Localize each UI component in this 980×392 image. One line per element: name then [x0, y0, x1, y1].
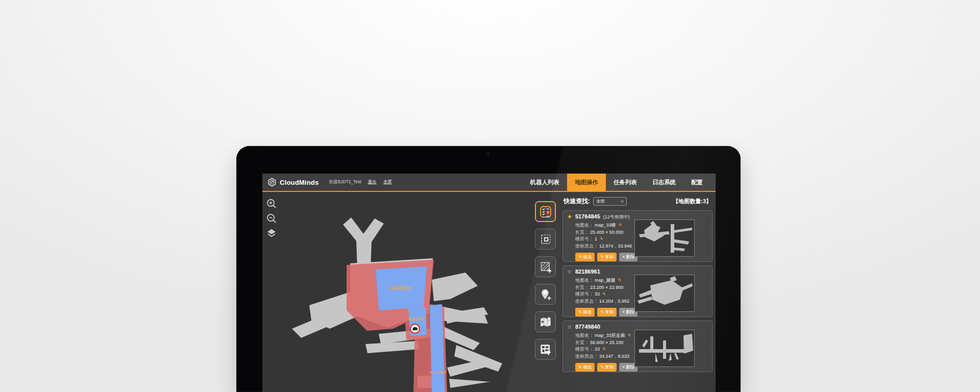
- edit-icon: ✎: [578, 255, 582, 259]
- edit-icon: ✎: [600, 365, 604, 370]
- map-list-panel: 快速查找: 全部 ∨ 【地图数量:3】 ★ 51764845 (12号使用中) …: [559, 192, 716, 392]
- patrol-checklist-button[interactable]: [535, 201, 556, 222]
- field-label-origin: 坐标原点：: [575, 298, 598, 305]
- map-size-value: 56.600 × 25.100: [590, 340, 623, 345]
- main-nav: 机器人列表 地图操作 任务列表 日志系统 配置: [523, 174, 711, 191]
- upload-map-button[interactable]: [535, 339, 556, 360]
- delete-icon: ×: [622, 365, 625, 370]
- edit-icon[interactable]: ✎: [602, 291, 606, 297]
- edit-icon: ✎: [600, 255, 604, 259]
- map-origin-value: 12.874，33.946: [599, 243, 632, 250]
- field-label-size: 长宽：: [575, 229, 589, 236]
- add-zone-icon: [539, 260, 552, 274]
- map-area: 40.519m² 8.614m² 80.215m²: [262, 192, 559, 392]
- map-thumbnail[interactable]: [634, 330, 695, 367]
- welcome-area: 欢迎BJDT2_Test 退出 全屏: [329, 179, 391, 185]
- map-thumbnail-image: [635, 330, 694, 366]
- copy-button[interactable]: ✎ 复制: [597, 253, 617, 261]
- favorite-star-icon[interactable]: ☆: [567, 268, 572, 275]
- map-origin-value: 14.204，5.952: [599, 298, 629, 305]
- add-zone-button[interactable]: [535, 256, 556, 277]
- tab-log-system[interactable]: 日志系统: [645, 174, 683, 191]
- laptop-frame: CloudMinds 欢迎BJDT2_Test 退出 全屏 机器人列表 地图操作…: [236, 146, 741, 392]
- copy-button[interactable]: ✎ 复制: [597, 308, 617, 316]
- edit-icon: ✎: [578, 310, 582, 314]
- measure-area-button[interactable]: [535, 229, 556, 250]
- map-thumbnail[interactable]: [634, 219, 695, 257]
- fullscreen-link[interactable]: 全屏: [383, 179, 392, 185]
- map-floor-value: 33: [595, 291, 600, 297]
- chevron-down-icon: ∨: [620, 199, 624, 204]
- map-thumbnail-image: [635, 220, 694, 256]
- edit-icon: ✎: [600, 310, 604, 314]
- copy-button[interactable]: ✎ 复制: [597, 363, 617, 372]
- delete-icon: ×: [622, 310, 625, 314]
- measure-area-icon: [539, 233, 552, 246]
- map-marker-button[interactable]: [535, 311, 556, 332]
- field-label-size: 长宽：: [575, 339, 589, 346]
- logout-link[interactable]: 退出: [368, 179, 377, 185]
- map-name-value: map_33层走廊: [595, 332, 625, 339]
- map-filter-select[interactable]: 全部 ∨: [593, 197, 627, 206]
- field-label-origin: 坐标原点：: [575, 243, 598, 250]
- map-floor-value: 33: [595, 347, 600, 352]
- field-label-size: 长宽：: [575, 284, 589, 291]
- map-card-2: ☆ 82186961 地图名： map_腿腿 ✎ 长宽： 23.200 × 22…: [562, 265, 713, 317]
- add-poi-button[interactable]: [535, 284, 556, 305]
- favorite-star-icon[interactable]: ☆: [567, 324, 572, 330]
- edit-icon: ✎: [578, 365, 582, 370]
- add-poi-icon: [539, 288, 552, 301]
- zoom-in-icon[interactable]: [266, 198, 277, 209]
- app-header: CloudMinds 欢迎BJDT2_Test 退出 全屏 机器人列表 地图操作…: [262, 174, 716, 192]
- map-id: 51764845: [575, 213, 600, 219]
- tab-config[interactable]: 配置: [683, 174, 710, 191]
- tab-task-list[interactable]: 任务列表: [606, 174, 645, 191]
- field-label-name: 地图名：: [575, 222, 594, 229]
- modify-button[interactable]: ✎ 修改: [575, 253, 595, 261]
- modify-button[interactable]: ✎ 修改: [575, 308, 595, 316]
- map-name-value: map_33楼: [595, 222, 616, 229]
- map-size-value: 23.200 × 22.900: [590, 285, 623, 290]
- map-thumbnail-image: [635, 275, 694, 311]
- map-card-3: ☆ 87749840 地图名： map_33层走廊 ✎ 长宽： 56.600 ×…: [562, 321, 713, 372]
- webcam: [487, 153, 489, 155]
- tab-map-operations[interactable]: 地图操作: [567, 174, 606, 191]
- tab-robot-list[interactable]: 机器人列表: [523, 174, 568, 191]
- map-count-label: 【地图数量:3】: [673, 198, 712, 205]
- zoom-out-icon[interactable]: [266, 213, 277, 224]
- app-screen: CloudMinds 欢迎BJDT2_Test 退出 全屏 机器人列表 地图操作…: [262, 174, 716, 392]
- delete-icon: ×: [622, 255, 625, 259]
- map-thumbnail[interactable]: [634, 275, 695, 312]
- map-canvas[interactable]: 40.519m² 8.614m² 80.215m²: [262, 192, 559, 392]
- map-name-value: map_腿腿: [595, 277, 616, 284]
- field-label-floor: 楼层号：: [575, 236, 594, 242]
- edit-icon[interactable]: ✎: [599, 236, 603, 241]
- filter-value: 全部: [596, 199, 605, 205]
- area-label-1: 40.519m²: [390, 285, 412, 291]
- field-label-origin: 坐标原点：: [575, 353, 598, 360]
- edit-icon[interactable]: ✎: [618, 223, 622, 228]
- edit-icon[interactable]: ✎: [602, 347, 606, 352]
- edit-icon[interactable]: ✎: [627, 333, 631, 338]
- modify-button[interactable]: ✎ 修改: [575, 363, 595, 372]
- map-toolbar: [535, 201, 557, 360]
- map-card-1: ★ 51764845 (12号使用中) 地图名： map_33楼 ✎ 长宽： 2…: [562, 210, 713, 262]
- edit-icon[interactable]: ✎: [618, 278, 622, 283]
- area-label-3: 80.215m²: [429, 370, 447, 375]
- layers-icon[interactable]: [266, 228, 277, 239]
- field-label-name: 地图名：: [575, 332, 594, 339]
- robot-marker-icon[interactable]: [410, 324, 420, 333]
- field-label-name: 地图名：: [575, 277, 594, 284]
- map-id: 82186961: [575, 268, 600, 275]
- cloudminds-logo-icon: [267, 178, 277, 187]
- map-controls: [266, 198, 277, 239]
- field-label-floor: 楼层号：: [575, 346, 594, 353]
- quick-find-label: 快速查找:: [564, 197, 590, 206]
- logo-text: CloudMinds: [280, 179, 318, 186]
- favorite-star-icon[interactable]: ★: [567, 213, 572, 219]
- upload-map-icon: [539, 343, 552, 356]
- map-size-value: 25.400 × 50.000: [590, 230, 623, 235]
- map-marker-icon: [539, 315, 552, 329]
- field-label-floor: 楼层号：: [575, 291, 594, 298]
- map-id: 87749840: [575, 324, 600, 330]
